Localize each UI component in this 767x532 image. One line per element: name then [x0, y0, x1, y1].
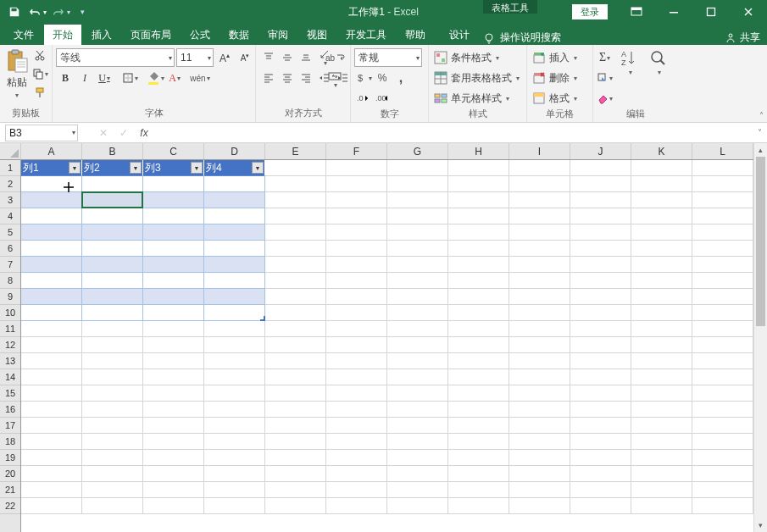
- row-header-14[interactable]: 14: [0, 369, 20, 385]
- cell[interactable]: [143, 305, 204, 321]
- cell[interactable]: [143, 450, 204, 466]
- cell[interactable]: [265, 482, 326, 498]
- column-header-D[interactable]: D: [204, 143, 265, 159]
- cell[interactable]: [204, 369, 265, 385]
- cell[interactable]: [143, 289, 204, 305]
- align-middle-button[interactable]: [278, 48, 297, 67]
- conditional-formatting-button[interactable]: 条件格式▾: [432, 48, 501, 67]
- cell[interactable]: [631, 176, 692, 192]
- cell[interactable]: [387, 176, 448, 192]
- cell[interactable]: [143, 418, 204, 434]
- cell[interactable]: [631, 192, 692, 208]
- cell[interactable]: [204, 434, 265, 450]
- cell[interactable]: [21, 466, 82, 482]
- filter-dropdown[interactable]: ▼: [191, 162, 203, 174]
- cell[interactable]: [570, 241, 631, 257]
- cell[interactable]: [570, 289, 631, 305]
- cell[interactable]: [631, 257, 692, 273]
- row-header-6[interactable]: 6: [0, 241, 20, 257]
- row-header-2[interactable]: 2: [0, 176, 20, 192]
- cell[interactable]: [570, 369, 631, 385]
- cell[interactable]: [204, 208, 265, 224]
- cell[interactable]: [631, 289, 692, 305]
- tab-design[interactable]: 设计: [441, 25, 478, 45]
- cell[interactable]: [82, 337, 143, 353]
- format-cells-button[interactable]: 格式▾: [531, 89, 579, 108]
- cell[interactable]: [265, 321, 326, 337]
- cell[interactable]: [82, 369, 143, 385]
- cell[interactable]: [265, 208, 326, 224]
- font-color-button[interactable]: A▾: [165, 69, 184, 87]
- cell[interactable]: [631, 418, 692, 434]
- cell[interactable]: [326, 418, 387, 434]
- cell[interactable]: [448, 434, 509, 450]
- cell[interactable]: [631, 224, 692, 241]
- decrease-font-button[interactable]: A▾: [236, 48, 254, 67]
- cell[interactable]: [21, 321, 82, 337]
- align-top-button[interactable]: [259, 48, 278, 67]
- cell[interactable]: [387, 305, 448, 321]
- cell[interactable]: [570, 305, 631, 321]
- cell[interactable]: [204, 353, 265, 369]
- table-resize-handle[interactable]: [260, 316, 265, 321]
- cell[interactable]: [448, 482, 509, 498]
- cell[interactable]: [326, 369, 387, 385]
- cell[interactable]: 列3▼: [143, 160, 204, 176]
- cell[interactable]: [204, 498, 265, 514]
- cell[interactable]: [509, 385, 570, 402]
- cell[interactable]: [448, 192, 509, 208]
- redo-button[interactable]: ▾: [49, 2, 71, 22]
- cell[interactable]: [448, 160, 509, 176]
- autosum-button[interactable]: Σ▾: [597, 48, 613, 67]
- cell[interactable]: [387, 482, 448, 498]
- cell[interactable]: [448, 224, 509, 241]
- cell[interactable]: [265, 353, 326, 369]
- cell[interactable]: [82, 257, 143, 273]
- scroll-up-button[interactable]: ▴: [754, 143, 767, 157]
- comma-button[interactable]: ,: [392, 69, 410, 87]
- align-right-button[interactable]: [297, 69, 315, 87]
- cell[interactable]: [387, 257, 448, 273]
- number-format-combo[interactable]: 常规▾: [354, 48, 422, 67]
- tab-page-layout[interactable]: 页面布局: [122, 25, 180, 45]
- cell[interactable]: [448, 402, 509, 418]
- cell[interactable]: [570, 192, 631, 208]
- insert-function-button[interactable]: fx: [134, 124, 154, 142]
- cell[interactable]: [692, 385, 753, 402]
- cell[interactable]: [509, 224, 570, 241]
- cell[interactable]: [387, 434, 448, 450]
- cell[interactable]: [204, 385, 265, 402]
- cell[interactable]: [387, 208, 448, 224]
- cell[interactable]: [692, 450, 753, 466]
- column-header-F[interactable]: F: [326, 143, 387, 159]
- delete-cells-button[interactable]: 删除▾: [531, 69, 579, 87]
- filter-dropdown[interactable]: ▼: [130, 162, 142, 174]
- cell[interactable]: [448, 418, 509, 434]
- cell[interactable]: [448, 208, 509, 224]
- cell[interactable]: [509, 466, 570, 482]
- cell[interactable]: [21, 482, 82, 498]
- cell[interactable]: [326, 289, 387, 305]
- cell[interactable]: [631, 498, 692, 514]
- cell[interactable]: [204, 466, 265, 482]
- cell[interactable]: [143, 337, 204, 353]
- cell[interactable]: [570, 498, 631, 514]
- cell[interactable]: [326, 160, 387, 176]
- cell[interactable]: [326, 450, 387, 466]
- cell[interactable]: [387, 353, 448, 369]
- cell[interactable]: [143, 257, 204, 273]
- row-header-12[interactable]: 12: [0, 337, 20, 353]
- cell[interactable]: [143, 224, 204, 241]
- cell[interactable]: [692, 257, 753, 273]
- cell[interactable]: [204, 321, 265, 337]
- cell[interactable]: [387, 466, 448, 482]
- cell[interactable]: [204, 224, 265, 241]
- cell[interactable]: [265, 418, 326, 434]
- cell[interactable]: [631, 305, 692, 321]
- cell[interactable]: [265, 450, 326, 466]
- cut-button[interactable]: [31, 47, 48, 64]
- tab-home[interactable]: 开始: [44, 25, 81, 45]
- share-button[interactable]: 共享: [725, 30, 760, 45]
- increase-font-button[interactable]: A▴: [215, 48, 234, 67]
- row-header-5[interactable]: 5: [0, 224, 20, 241]
